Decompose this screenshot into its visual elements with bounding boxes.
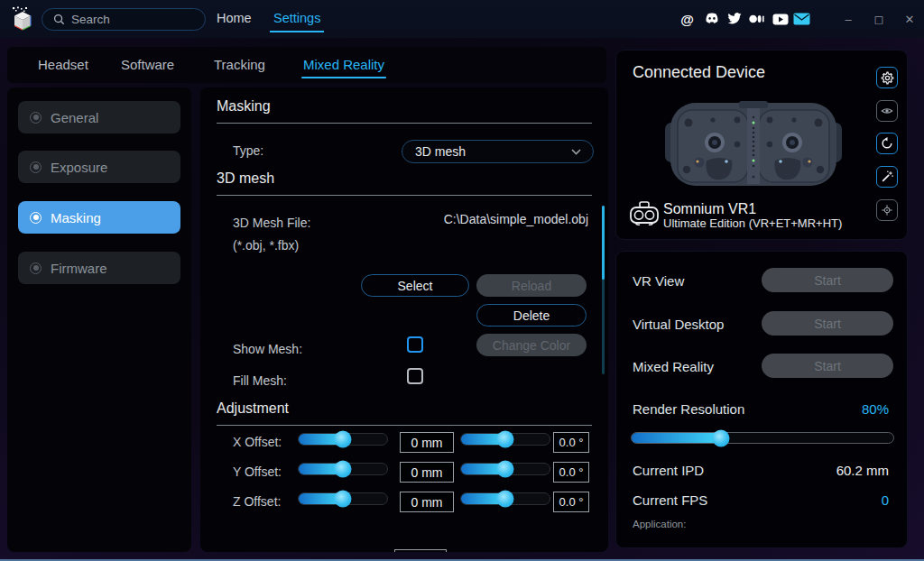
sidebar-item-label: Firmware xyxy=(51,261,107,276)
x-offset-mm-slider[interactable] xyxy=(298,433,388,446)
youtube-icon[interactable] xyxy=(772,12,789,26)
application-label: Application: xyxy=(633,519,686,529)
calibration-button[interactable] xyxy=(876,199,898,221)
sidebar-item-label: General xyxy=(51,110,98,125)
top-bar: Search Home Settings @ xyxy=(0,0,924,38)
device-name: Somnium VR1 xyxy=(663,201,756,217)
radio-icon xyxy=(30,262,42,274)
device-reset-button[interactable] xyxy=(876,133,898,154)
gear-icon xyxy=(881,71,894,85)
tab-headset[interactable]: Headset xyxy=(38,57,88,72)
x-offset-mm-value[interactable]: 0 mm xyxy=(400,432,454,453)
y-offset-label: Y Offset: xyxy=(233,464,282,479)
virtual-desktop-start-button[interactable]: Start xyxy=(762,311,893,336)
mesh-section-title: 3D mesh xyxy=(217,170,592,196)
connected-device-panel: Connected Device xyxy=(615,50,908,240)
y-offset-mm-value[interactable]: 0 mm xyxy=(400,462,454,483)
masking-content: Masking Type: 3D mesh 3D mesh 3D Mesh Fi… xyxy=(200,87,608,552)
sidebar-item-exposure[interactable]: Exposure xyxy=(18,151,180,183)
reload-button[interactable]: Reload xyxy=(476,274,587,297)
mixed-reality-start-button[interactable]: Start xyxy=(762,354,893,378)
y-offset-deg-value[interactable]: 0.0 ° xyxy=(553,462,589,483)
eye-icon xyxy=(881,106,893,116)
nav-settings[interactable]: Settings xyxy=(273,11,320,25)
view-status-panel: VR View Start Virtual Desktop Start Mixe… xyxy=(615,251,908,548)
chevron-down-icon xyxy=(571,149,581,155)
slider-knob[interactable] xyxy=(335,431,352,448)
show-mesh-checkbox[interactable] xyxy=(407,336,423,353)
search-icon xyxy=(53,14,65,25)
z-offset-deg-slider[interactable] xyxy=(460,492,550,505)
select-button[interactable]: Select xyxy=(361,274,469,297)
current-ipd-value: 60.2 mm xyxy=(836,463,889,478)
y-offset-deg-slider[interactable] xyxy=(460,463,550,475)
twitter-icon[interactable] xyxy=(725,12,743,26)
z-offset-deg-value[interactable]: 0.0 ° xyxy=(553,492,589,512)
type-dropdown-value: 3D mesh xyxy=(415,144,466,159)
show-mesh-label: Show Mesh: xyxy=(233,342,302,356)
wand-icon xyxy=(881,170,893,183)
at-icon[interactable]: @ xyxy=(679,12,696,26)
fill-mesh-label: Fill Mesh: xyxy=(233,373,287,388)
adjustment-section-title: Adjustment xyxy=(217,400,592,426)
tab-software[interactable]: Software xyxy=(121,57,174,72)
sidebar-item-general[interactable]: General xyxy=(18,101,180,133)
fill-mesh-checkbox[interactable] xyxy=(407,368,423,384)
eye-tracking-button[interactable] xyxy=(876,100,898,122)
slider-knob[interactable] xyxy=(497,431,514,448)
medium-icon[interactable] xyxy=(748,12,765,26)
minimize-button[interactable]: – xyxy=(839,10,857,28)
headset-image xyxy=(663,90,844,191)
app-logo-icon xyxy=(10,6,35,32)
current-fps-label: Current FPS xyxy=(633,492,707,508)
slider-knob[interactable] xyxy=(335,491,352,508)
sidebar-item-masking[interactable]: Masking xyxy=(18,201,180,234)
x-offset-deg-value[interactable]: 0.0 ° xyxy=(553,432,589,453)
delete-button[interactable]: Delete xyxy=(476,304,587,326)
tab-tracking[interactable]: Tracking xyxy=(214,57,265,72)
type-dropdown[interactable]: 3D mesh xyxy=(402,140,594,163)
render-resolution-label: Render Resolution xyxy=(633,401,744,417)
mesh-file-value: C:\Data\simple_model.obj xyxy=(444,212,588,226)
current-fps-value: 0 xyxy=(882,492,889,508)
scrollbar-thumb[interactable] xyxy=(602,206,605,280)
slider-knob[interactable] xyxy=(335,461,352,478)
render-resolution-value: 80% xyxy=(862,401,889,417)
type-label: Type: xyxy=(233,143,263,158)
tab-mixed-reality[interactable]: Mixed Reality xyxy=(303,57,384,72)
radio-icon xyxy=(30,112,42,124)
setup-wizard-button[interactable] xyxy=(876,166,898,188)
maximize-button[interactable]: ◻ xyxy=(870,10,888,28)
mail-icon[interactable] xyxy=(793,12,810,26)
radio-selected-icon xyxy=(30,212,42,224)
clipped-next-row-box xyxy=(394,549,447,552)
sidebar-item-label: Masking xyxy=(51,210,101,225)
search-input[interactable]: Search xyxy=(42,8,206,31)
search-placeholder: Search xyxy=(71,13,110,26)
slider-knob[interactable] xyxy=(497,491,514,508)
z-offset-mm-value[interactable]: 0 mm xyxy=(400,492,454,512)
close-button[interactable]: ✕ xyxy=(901,10,919,28)
device-settings-button[interactable] xyxy=(876,67,898,88)
connected-device-title: Connected Device xyxy=(633,63,765,82)
change-color-button[interactable]: Change Color xyxy=(476,334,587,356)
y-offset-mm-slider[interactable] xyxy=(298,463,388,475)
slider-knob[interactable] xyxy=(497,461,514,478)
masking-section-title: Masking xyxy=(217,98,592,124)
reset-icon xyxy=(881,137,893,150)
device-edition: Ultimate Edition (VR+ET+MR+HT) xyxy=(663,216,842,230)
nav-home[interactable]: Home xyxy=(217,11,252,25)
mixed-reality-label: Mixed Reality xyxy=(633,359,714,374)
discord-icon[interactable] xyxy=(703,12,720,26)
sidebar-item-firmware[interactable]: Firmware xyxy=(18,252,180,284)
vr-view-label: VR View xyxy=(633,273,684,289)
slider-knob[interactable] xyxy=(712,429,729,446)
vr-view-start-button[interactable]: Start xyxy=(762,268,893,292)
x-offset-deg-slider[interactable] xyxy=(460,433,550,446)
mesh-file-hint: (*.obj, *.fbx) xyxy=(233,238,299,253)
z-offset-mm-slider[interactable] xyxy=(298,492,388,505)
render-resolution-slider[interactable] xyxy=(631,432,894,444)
radio-icon xyxy=(30,161,42,173)
settings-tab-bar: Headset Software Tracking Mixed Reality xyxy=(7,47,606,83)
sidebar-item-label: Exposure xyxy=(51,160,107,175)
